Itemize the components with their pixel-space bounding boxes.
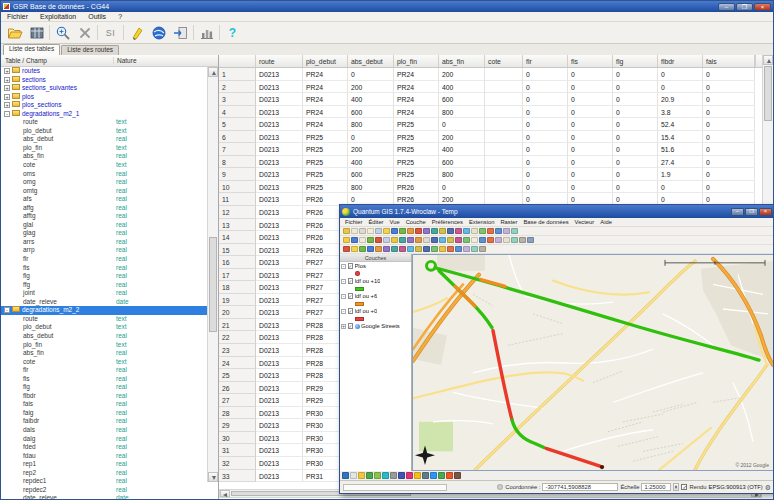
tree-row[interactable]: fls real [1,264,207,273]
scroll-up-icon[interactable] [763,55,773,65]
qgis-toolbar-icon[interactable] [439,228,446,235]
qgis-plugin-icon[interactable] [342,472,349,479]
qgis-menu-item[interactable]: Aide [597,219,615,225]
expand-icon[interactable]: - [341,279,346,284]
qgis-plugin-icon[interactable] [382,472,389,479]
tree-row[interactable]: repdec2 real [1,486,207,495]
tree-scrollbar[interactable] [207,67,218,482]
export-icon[interactable] [171,23,190,42]
qgis-close-button[interactable]: × [759,208,772,216]
expand-icon[interactable]: - [341,294,346,299]
expand-icon[interactable]: + [4,85,10,91]
tree-row[interactable]: -degradations_m2_2 [1,306,207,315]
expand-icon[interactable]: - [341,264,346,269]
grid-column-header[interactable]: fais [703,55,755,67]
tree-row[interactable]: dals real [1,426,207,435]
qgis-toolbar-icon[interactable] [519,237,526,244]
qgis-toolbar-icon[interactable] [431,228,438,235]
qgis-toolbar-icon[interactable] [511,237,518,244]
qgis-toolbar-icon[interactable] [455,237,462,244]
legend-layer[interactable]: - ✓ Plos [340,262,411,277]
qgis-toolbar-icon[interactable] [367,237,374,244]
tree-row[interactable]: +sections_suivantes [1,84,207,93]
qgis-plugin-icon[interactable] [414,472,421,479]
qgis-toolbar-icon[interactable] [503,228,510,235]
qgis-toolbar-icon[interactable] [455,246,462,253]
tree-row[interactable]: plo_fin text [1,144,207,153]
scrollbar-thumb[interactable] [209,237,217,332]
grid-column-header[interactable]: cote [485,55,523,67]
legend-layer[interactable]: - ✓ Idf ou +6 [340,292,411,307]
table-row[interactable]: 10 D0213 PR25 800 PR26 0 0 0 0 0 0 [219,181,762,194]
qgis-toolbar-icon[interactable] [415,246,422,253]
scroll-left-icon[interactable] [220,490,230,497]
qgis-toolbar-icon[interactable] [463,237,470,244]
tree-row[interactable]: omg real [1,178,207,187]
grid-column-header[interactable]: fls [568,55,613,67]
expand-icon[interactable]: - [4,307,10,313]
tree-header-nature[interactable]: Nature [113,57,137,64]
qgis-toolbar-icon[interactable] [423,237,430,244]
tree-row[interactable]: rep1 real [1,460,207,469]
grid-column-header[interactable]: plo_fin [394,55,439,67]
google-earth-icon[interactable] [149,23,168,42]
grid-column-header[interactable]: route [256,55,303,67]
tree-row[interactable]: plo_debut text [1,323,207,332]
tree-row[interactable]: route text [1,315,207,324]
qgis-toolbar-icon[interactable] [495,237,502,244]
scroll-down-icon[interactable] [208,472,218,482]
qgis-toolbar-icon[interactable] [495,228,502,235]
qgis-toolbar-icon[interactable] [343,246,350,253]
qgis-toolbar-icon[interactable] [423,228,430,235]
grid-column-header[interactable]: plo_debut [303,55,348,67]
qgis-plugin-icon[interactable] [390,472,397,479]
crs-status[interactable]: EPSG:900913 (OTF) [709,484,763,490]
qgis-menu-item[interactable]: Couche [403,219,429,225]
tree-row[interactable]: flbdr real [1,392,207,401]
menu-item[interactable]: Outils [82,13,112,20]
tree-row[interactable]: abs_debut real [1,332,207,341]
qgis-toolbar-icon[interactable] [399,237,406,244]
qgis-toolbar-icon[interactable] [399,228,406,235]
tree-row[interactable]: +plos_sections [1,101,207,110]
qgis-toolbar-icon[interactable] [439,246,446,253]
qgis-toolbar-icon[interactable] [375,237,382,244]
legend-layer[interactable]: + ✓ Google Streets [340,322,411,330]
grid-column-header[interactable]: abs_debut [348,55,394,67]
qgis-menu-item[interactable]: Vue [387,219,403,225]
expand-icon[interactable]: - [4,111,10,117]
expand-icon[interactable]: + [4,77,10,83]
tree-row[interactable]: oms real [1,170,207,179]
table-row[interactable]: 6 D0213 PR25 0 PR25 200 0 0 0 15.4 0 [219,131,762,144]
qgis-toolbar-icon[interactable] [415,237,422,244]
tree-row[interactable]: +sections [1,76,207,85]
layer-checkbox[interactable]: ✓ [348,323,354,329]
qgis-toolbar-icon[interactable] [399,246,406,253]
qgis-toolbar-icon[interactable] [487,228,494,235]
qgis-toolbar-icon[interactable] [423,246,430,253]
layer-checkbox[interactable]: ✓ [348,263,354,269]
tree-row[interactable]: arrs real [1,238,207,247]
grid-column-header[interactable]: abs_fin [439,55,485,67]
qgis-plugin-icon[interactable] [422,472,429,479]
tree-row[interactable]: repdec1 real [1,477,207,486]
qgis-toolbar-icon[interactable] [471,237,478,244]
tree-row[interactable]: date_releve date [1,494,207,499]
render-checkbox[interactable] [681,484,687,490]
qgis-menu-item[interactable]: Fichier [342,219,365,225]
tree-row[interactable]: abs_fin real [1,349,207,358]
qgis-toolbar-icon[interactable] [487,237,494,244]
qgis-menu-item[interactable]: Vecteur [572,219,598,225]
legend-layer[interactable]: - ✓ Idf ou +0 [340,307,411,322]
tree-row[interactable]: fais real [1,400,207,409]
qgis-toolbar-icon[interactable] [343,228,350,235]
qgis-toolbar-icon[interactable] [343,237,350,244]
table-row[interactable]: 8 D0213 PR25 400 PR25 600 0 0 0 27.4 0 [219,156,762,169]
tree-row[interactable]: glal real [1,221,207,230]
tree-header-table[interactable]: Table / Champ [5,57,47,64]
qgis-toolbar-icon[interactable] [447,246,454,253]
table-row[interactable]: 2 D0213 PR24 200 PR24 400 0 0 0 0 0 [219,81,762,94]
qgis-menu-item[interactable]: Extension [466,219,497,225]
chart-icon[interactable] [197,23,216,42]
qgis-toolbar-icon[interactable] [431,237,438,244]
